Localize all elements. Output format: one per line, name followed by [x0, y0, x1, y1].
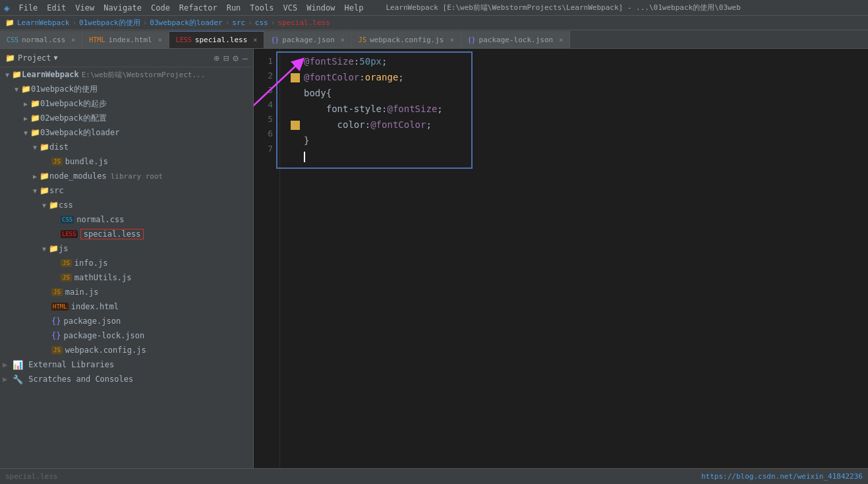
tree-item-webpack-config[interactable]: JS webpack.config.js [0, 343, 253, 357]
breadcrumb-sep1: › [72, 18, 76, 27]
tab-label-package-lock: package-lock.json [479, 36, 554, 44]
sidebar-dropdown-icon[interactable]: ▼ [54, 54, 58, 61]
tab-package-json[interactable]: {} package.json × [264, 31, 352, 48]
tab-icon-special-less: LESS [176, 36, 192, 44]
tree-item-index-html[interactable]: HTML index.html [0, 299, 253, 314]
tree-item-normal-css[interactable]: CSS normal.css [0, 212, 253, 227]
menu-vcs[interactable]: VCS [283, 3, 297, 13]
tree-item-02config[interactable]: ▶ 📁 02webpack的配置 [0, 111, 253, 125]
label-index-html: index.html [71, 302, 119, 311]
folder-icon-css-folder: 📁 [49, 200, 59, 210]
sidebar-settings-icon[interactable]: ⚙ [233, 53, 238, 63]
code-lines[interactable]: @fontSize: 50px; @fontColor: orange; bod… [280, 49, 868, 468]
tab-special-less[interactable]: LESS special.less × [169, 31, 265, 48]
tab-close-package-lock[interactable]: × [559, 36, 563, 44]
file-icon-mathutils: JS [61, 274, 72, 282]
sidebar-minimize-icon[interactable]: — [243, 53, 248, 63]
menu-tools[interactable]: Tools [250, 3, 274, 13]
line-num-7: 7 [260, 142, 273, 156]
menu-edit[interactable]: Edit [47, 3, 66, 13]
tree-item-css-folder[interactable]: ▼ 📁 css [0, 198, 253, 212]
tree-item-external-libraries[interactable]: ▶ 📊 External Libraries [0, 357, 253, 372]
bookmark-2 [291, 73, 300, 82]
tree-item-bundle[interactable]: JS bundle.js [0, 154, 253, 169]
menu-help[interactable]: Help [345, 3, 364, 13]
menu-view[interactable]: View [75, 3, 94, 13]
tree-item-package-lock-json[interactable]: {} package-lock.json [0, 328, 253, 343]
folder-icon-src: 📁 [40, 186, 49, 195]
code-line-7 [291, 149, 868, 165]
tab-close-special-less[interactable]: × [253, 36, 257, 44]
tree-item-src[interactable]: ▼ 📁 src [0, 183, 253, 198]
tab-package-lock[interactable]: {} package-lock.json × [461, 31, 571, 48]
tab-icon-normal-css: CSS [7, 36, 18, 44]
label-scratches: Scratches and Consoles [28, 375, 133, 384]
tree-item-01start[interactable]: ▶ 📁 01webpack的起步 [0, 96, 253, 111]
breadcrumb-item2[interactable]: 03webpack的loader [150, 18, 222, 28]
status-url[interactable]: https://blog.csdn.net/weixin_41842236 [701, 472, 863, 481]
label-package-json: package.json [63, 317, 121, 326]
sidebar-collapse-icon[interactable]: ⊟ [223, 53, 229, 63]
tab-close-webpack-config[interactable]: × [450, 36, 454, 44]
root-label: LearnWebpack [22, 70, 79, 79]
tab-label-special-less: special.less [195, 36, 247, 44]
line-num-1: 1 [260, 54, 273, 69]
arrow-js-folder: ▼ [40, 245, 49, 253]
tree-item-01webpack[interactable]: ▼ 📁 01webpack的使用 [0, 82, 253, 96]
tree-item-js-folder[interactable]: ▼ 📁 js [0, 241, 253, 256]
label-dist: dist [49, 142, 69, 152]
label-01webpack: 01webpack的使用 [31, 84, 98, 95]
menu-code[interactable]: Code [151, 3, 170, 13]
label-02config: 02webpack的配置 [40, 113, 107, 124]
breadcrumb-sep4: › [248, 18, 252, 27]
tree-item-special-less[interactable]: LESS special.less [0, 227, 253, 241]
code-font-color-var: @fontColor [304, 70, 359, 86]
breadcrumb-item3[interactable]: src [232, 18, 245, 27]
menu-file[interactable]: File [18, 3, 38, 13]
tab-label-index-html: index.html [108, 36, 152, 44]
label-external-libraries: External Libraries [28, 360, 114, 369]
scratches-arrow-icon: ▶ [3, 375, 7, 384]
status-left: special.less [5, 472, 57, 481]
tab-icon-package-lock: {} [468, 36, 476, 44]
breadcrumb-item1[interactable]: 01webpack的使用 [79, 18, 140, 28]
tree-root[interactable]: ▼ 📁 LearnWebpack E:\web前端\WebstormProjec… [0, 67, 253, 82]
code-line-4: font-style: @fontSize; [291, 102, 868, 117]
folder-icon-js-folder: 📁 [49, 244, 59, 253]
tree-item-dist[interactable]: ▼ 📁 dist [0, 140, 253, 154]
code-line-5: color: @fontColor; [291, 117, 868, 133]
breadcrumb-item4[interactable]: css [255, 18, 268, 27]
tree-item-scratches[interactable]: ▶ 🔧 Scratches and Consoles [0, 372, 253, 386]
tree-item-mathutils-js[interactable]: JS mathUtils.js [0, 270, 253, 285]
breadcrumb-root[interactable]: LearnWebpack [17, 18, 69, 27]
tab-close-package-json[interactable]: × [341, 36, 345, 44]
tab-normal-css[interactable]: CSS normal.css × [0, 31, 82, 48]
sidebar: 📁 Project ▼ ⊕ ⊟ ⚙ — ▼ 📁 LearnWebpack E:\… [0, 49, 254, 468]
editor-area[interactable]: 1 2 3 4 5 6 7 [254, 49, 868, 468]
tab-label-normal-css: normal.css [22, 36, 65, 44]
menu-navigate[interactable]: Navigate [103, 3, 142, 13]
menu-window[interactable]: Window [306, 3, 335, 13]
sidebar-add-icon[interactable]: ⊕ [214, 53, 219, 63]
tree-item-package-json[interactable]: {} package.json [0, 314, 253, 328]
tab-close-normal-css[interactable]: × [71, 36, 75, 44]
tree-item-info-js[interactable]: JS info.js [0, 256, 253, 270]
breadcrumb-item5[interactable]: special.less [277, 18, 330, 27]
breadcrumb-sep2: › [143, 18, 148, 27]
tab-icon-index-html: HTML [89, 36, 105, 44]
external-libraries-icon: ▶ [3, 360, 7, 369]
folder-icon-03loader: 📁 [30, 128, 40, 137]
breadcrumb: 📁 LearnWebpack › 01webpack的使用 › 03webpac… [0, 16, 868, 30]
tree-item-node-modules[interactable]: ▶ 📁 node_modules library root [0, 169, 253, 183]
tab-close-index-html[interactable]: × [158, 36, 162, 44]
hint-library-root: library root [111, 172, 163, 181]
tree-item-main-js[interactable]: JS main.js [0, 285, 253, 299]
tab-index-html[interactable]: HTML index.html × [82, 31, 169, 48]
tree-item-03loader[interactable]: ▼ 📁 03webpack的loader [0, 125, 253, 140]
menu-run[interactable]: Run [227, 3, 241, 13]
menu-refactor[interactable]: Refactor [179, 3, 217, 13]
code-font-size-val: 50px [359, 54, 382, 70]
code-font-size-var: @fontSize [304, 54, 354, 70]
sidebar-header-title: 📁 Project ▼ [5, 53, 58, 63]
tab-webpack-config[interactable]: JS webpack.config.js × [352, 31, 461, 48]
